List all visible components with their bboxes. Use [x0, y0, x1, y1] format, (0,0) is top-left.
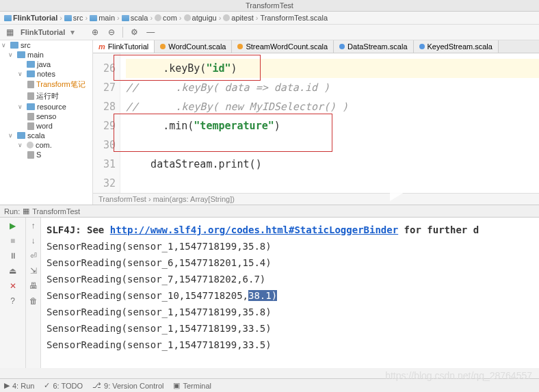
close-icon[interactable]: ✕	[8, 280, 18, 291]
tree-item[interactable]: ∨notes	[0, 69, 92, 79]
line-number-gutter: 26 27 28 29 30 31 32	[93, 53, 120, 193]
console-toolbar-secondary: ↑ ↓ ⏎ ⇲ 🖶 🗑	[26, 218, 41, 368]
tree-item[interactable]: ∨scala	[0, 131, 92, 140]
tree-item[interactable]: ∨main	[0, 50, 92, 60]
top-window-title: TransformTest	[0, 0, 539, 12]
breadcrumb-item[interactable]: main	[90, 14, 115, 22]
code-content[interactable]: .keyBy("id") // .keyBy( data => data.id …	[120, 53, 539, 193]
breadcrumb-item[interactable]: scala	[122, 14, 148, 22]
watermark: https://blog.csdn.net/qq_28764557	[385, 370, 532, 381]
pause-icon[interactable]: ⏸	[8, 250, 18, 261]
editor-tab[interactable]: DataStream.scala	[334, 40, 413, 53]
tree-item[interactable]: Transform笔记	[0, 79, 92, 90]
editor-tab-bar: mFlinkTutorial WordCount.scala StreamWor…	[93, 40, 539, 53]
tree-item[interactable]: S	[0, 150, 92, 159]
scroll-icon[interactable]: ⇲	[28, 265, 39, 276]
rerun-icon[interactable]: ▶	[8, 220, 18, 231]
console-output[interactable]: SLF4J: See http://www.slf4j.org/codes.ht…	[41, 218, 539, 368]
code-editor[interactable]: 26 27 28 29 30 31 32 .keyBy("id") // .ke…	[93, 53, 539, 193]
tree-item[interactable]: 运行时	[0, 90, 92, 102]
project-icon[interactable]: ▦	[4, 27, 15, 38]
run-toolwindow-header[interactable]: Run: ▦ TransformTest	[0, 205, 539, 218]
collapse-icon[interactable]: ⊕	[90, 27, 101, 38]
project-label[interactable]: FlinkTutorial	[21, 28, 65, 36]
run-config-icon: ▦	[23, 207, 29, 215]
wrap-icon[interactable]: ⏎	[28, 250, 39, 261]
down-icon[interactable]: ↓	[28, 235, 39, 246]
up-icon[interactable]: ↑	[28, 220, 39, 231]
selected-text: 38.1)	[248, 290, 277, 301]
tree-item[interactable]: ∨src	[0, 40, 92, 50]
project-toolbar: ▦ FlinkTutorial ▾ ⊕ ⊖ ⚙ —	[0, 25, 539, 40]
exit-icon[interactable]: ⏏	[8, 265, 18, 276]
run-toolwindow-button[interactable]: ▶ 4: Run	[4, 381, 34, 390]
tree-item[interactable]: senso	[0, 112, 92, 121]
run-config-name: TransformTest	[32, 207, 80, 215]
run-label: Run:	[4, 207, 20, 215]
breadcrumb-item[interactable]: TransformTest.scala	[260, 14, 328, 22]
trash-icon[interactable]: 🗑	[28, 296, 39, 306]
console-link[interactable]: http://www.slf4j.org/codes.html#StaticLo…	[110, 224, 398, 235]
editor-tab[interactable]: mFlinkTutorial	[93, 40, 155, 53]
stop-icon[interactable]: ■	[8, 235, 18, 246]
todo-toolwindow-button[interactable]: ✓ 6: TODO	[44, 381, 83, 390]
code-breadcrumb[interactable]: TransformTest › main(args: Array[String]…	[93, 193, 539, 205]
breadcrumb-item[interactable]: com	[155, 14, 177, 22]
vcs-toolwindow-button[interactable]: ⎇ 9: Version Control	[92, 381, 163, 390]
help-icon[interactable]: ?	[8, 296, 18, 306]
editor-area: mFlinkTutorial WordCount.scala StreamWor…	[93, 40, 539, 205]
terminal-toolwindow-button[interactable]: ▣ Terminal	[173, 381, 211, 390]
tree-item[interactable]: java	[0, 60, 92, 69]
console-toolbar-primary: ▶ ■ ⏸ ⏏ ✕ ?	[0, 218, 26, 368]
breadcrumb-item[interactable]: atguigu	[184, 14, 217, 22]
chevron-down-icon[interactable]: ▾	[70, 27, 75, 37]
editor-tab[interactable]: KeyedStream.scala	[414, 40, 499, 53]
breadcrumb-item[interactable]: src	[64, 14, 83, 22]
expand-icon[interactable]: ⊖	[106, 27, 117, 38]
editor-tab[interactable]: StreamWordCount.scala	[232, 40, 334, 53]
hide-icon[interactable]: —	[145, 27, 156, 38]
breadcrumb-item[interactable]: FlinkTutorial	[4, 14, 57, 22]
tree-item[interactable]: word	[0, 121, 92, 131]
project-tree[interactable]: ∨src ∨main java ∨notes Transform笔记 运行时 ∨…	[0, 40, 93, 205]
breadcrumb-item[interactable]: apitest	[223, 14, 253, 22]
video-play-icon[interactable]	[390, 157, 425, 201]
tree-item[interactable]: ∨resource	[0, 102, 92, 112]
gear-icon[interactable]: ⚙	[129, 27, 140, 38]
tree-item[interactable]: ∨com.	[0, 140, 92, 150]
editor-tab[interactable]: WordCount.scala	[155, 40, 232, 53]
console-area: ▶ ■ ⏸ ⏏ ✕ ? ↑ ↓ ⏎ ⇲ 🖶 🗑 SLF4J: See http:…	[0, 218, 539, 368]
breadcrumb: FlinkTutorial› src› main› scala› com› at…	[0, 12, 539, 25]
print-icon[interactable]: 🖶	[28, 280, 39, 291]
